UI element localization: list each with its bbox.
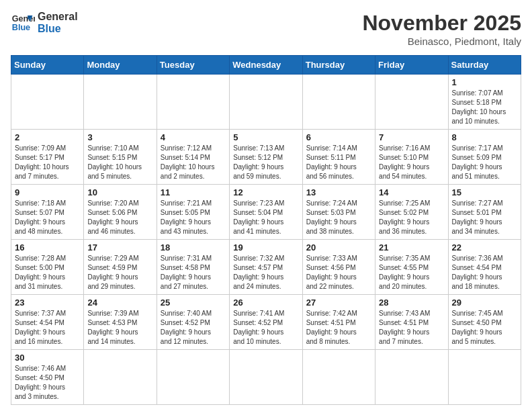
calendar-cell: 9Sunrise: 7:18 AM Sunset: 5:07 PM Daylig… bbox=[11, 185, 84, 240]
day-number: 2 bbox=[15, 132, 80, 142]
calendar-cell bbox=[302, 350, 375, 405]
day-number: 18 bbox=[161, 242, 226, 253]
weekday-thursday: Thursday bbox=[302, 56, 375, 75]
day-number: 26 bbox=[233, 298, 298, 308]
day-number: 19 bbox=[233, 242, 298, 253]
day-number: 21 bbox=[379, 242, 444, 253]
weekday-wednesday: Wednesday bbox=[230, 56, 302, 75]
calendar-cell bbox=[448, 350, 521, 405]
calendar-body: 1Sunrise: 7:07 AM Sunset: 5:18 PM Daylig… bbox=[11, 75, 521, 405]
day-info: Sunrise: 7:41 AM Sunset: 4:52 PM Dayligh… bbox=[233, 309, 298, 347]
calendar-cell: 28Sunrise: 7:43 AM Sunset: 4:51 PM Dayli… bbox=[375, 295, 448, 350]
day-info: Sunrise: 7:16 AM Sunset: 5:10 PM Dayligh… bbox=[379, 144, 444, 181]
calendar-cell: 1Sunrise: 7:07 AM Sunset: 5:18 PM Daylig… bbox=[448, 75, 521, 130]
header: General Blue General Blue November 2025 … bbox=[11, 11, 521, 47]
calendar-cell: 27Sunrise: 7:42 AM Sunset: 4:51 PM Dayli… bbox=[302, 295, 375, 350]
calendar-cell: 18Sunrise: 7:31 AM Sunset: 4:58 PM Dayli… bbox=[157, 240, 229, 295]
day-info: Sunrise: 7:35 AM Sunset: 4:55 PM Dayligh… bbox=[379, 254, 444, 291]
day-info: Sunrise: 7:39 AM Sunset: 4:53 PM Dayligh… bbox=[87, 309, 152, 347]
calendar-cell bbox=[157, 75, 229, 130]
day-info: Sunrise: 7:07 AM Sunset: 5:18 PM Dayligh… bbox=[452, 89, 517, 126]
day-info: Sunrise: 7:45 AM Sunset: 4:50 PM Dayligh… bbox=[452, 309, 517, 347]
calendar-week-2: 9Sunrise: 7:18 AM Sunset: 5:07 PM Daylig… bbox=[11, 185, 521, 240]
day-number: 22 bbox=[452, 242, 517, 253]
calendar-cell: 10Sunrise: 7:20 AM Sunset: 5:06 PM Dayli… bbox=[84, 185, 157, 240]
day-info: Sunrise: 7:24 AM Sunset: 5:03 PM Dayligh… bbox=[306, 199, 371, 236]
day-number: 17 bbox=[87, 242, 152, 253]
day-number: 10 bbox=[87, 187, 152, 197]
day-number: 11 bbox=[161, 187, 226, 197]
day-number: 4 bbox=[161, 132, 226, 142]
calendar-cell bbox=[157, 350, 229, 405]
day-info: Sunrise: 7:20 AM Sunset: 5:06 PM Dayligh… bbox=[87, 199, 152, 236]
day-info: Sunrise: 7:43 AM Sunset: 4:51 PM Dayligh… bbox=[379, 309, 444, 347]
svg-text:Blue: Blue bbox=[12, 23, 30, 32]
calendar-week-4: 23Sunrise: 7:37 AM Sunset: 4:54 PM Dayli… bbox=[11, 295, 521, 350]
weekday-header-row: SundayMondayTuesdayWednesdayThursdayFrid… bbox=[11, 56, 521, 75]
day-info: Sunrise: 7:32 AM Sunset: 4:57 PM Dayligh… bbox=[233, 254, 298, 291]
calendar-week-5: 30Sunrise: 7:46 AM Sunset: 4:50 PM Dayli… bbox=[11, 350, 521, 405]
day-info: Sunrise: 7:42 AM Sunset: 4:51 PM Dayligh… bbox=[306, 309, 371, 347]
calendar-cell bbox=[230, 350, 302, 405]
day-number: 15 bbox=[452, 187, 517, 197]
day-number: 20 bbox=[306, 242, 371, 253]
calendar-cell: 20Sunrise: 7:33 AM Sunset: 4:56 PM Dayli… bbox=[302, 240, 375, 295]
calendar-cell: 11Sunrise: 7:21 AM Sunset: 5:05 PM Dayli… bbox=[157, 185, 229, 240]
day-info: Sunrise: 7:12 AM Sunset: 5:14 PM Dayligh… bbox=[161, 144, 226, 181]
day-number: 30 bbox=[15, 353, 80, 363]
day-info: Sunrise: 7:28 AM Sunset: 5:00 PM Dayligh… bbox=[15, 254, 80, 291]
calendar-cell bbox=[11, 75, 84, 130]
calendar: SundayMondayTuesdayWednesdayThursdayFrid… bbox=[11, 55, 521, 405]
day-number: 28 bbox=[379, 298, 444, 308]
weekday-sunday: Sunday bbox=[11, 56, 84, 75]
day-number: 7 bbox=[379, 132, 444, 142]
calendar-week-3: 16Sunrise: 7:28 AM Sunset: 5:00 PM Dayli… bbox=[11, 240, 521, 295]
day-number: 24 bbox=[87, 298, 152, 308]
day-number: 9 bbox=[15, 187, 80, 197]
calendar-cell: 23Sunrise: 7:37 AM Sunset: 4:54 PM Dayli… bbox=[11, 295, 84, 350]
day-number: 14 bbox=[379, 187, 444, 197]
day-info: Sunrise: 7:33 AM Sunset: 4:56 PM Dayligh… bbox=[306, 254, 371, 291]
day-info: Sunrise: 7:46 AM Sunset: 4:50 PM Dayligh… bbox=[15, 364, 80, 402]
day-number: 16 bbox=[15, 242, 80, 253]
logo-blue: Blue bbox=[38, 23, 78, 35]
day-info: Sunrise: 7:36 AM Sunset: 4:54 PM Dayligh… bbox=[452, 254, 517, 291]
logo-icon: General Blue bbox=[11, 11, 35, 35]
day-number: 8 bbox=[452, 132, 517, 142]
calendar-cell bbox=[302, 75, 375, 130]
day-info: Sunrise: 7:21 AM Sunset: 5:05 PM Dayligh… bbox=[161, 199, 226, 236]
day-info: Sunrise: 7:40 AM Sunset: 4:52 PM Dayligh… bbox=[161, 309, 226, 347]
calendar-cell: 8Sunrise: 7:17 AM Sunset: 5:09 PM Daylig… bbox=[448, 130, 521, 185]
calendar-cell bbox=[84, 350, 157, 405]
calendar-cell: 25Sunrise: 7:40 AM Sunset: 4:52 PM Dayli… bbox=[157, 295, 229, 350]
day-info: Sunrise: 7:17 AM Sunset: 5:09 PM Dayligh… bbox=[452, 144, 517, 181]
day-number: 29 bbox=[452, 298, 517, 308]
day-info: Sunrise: 7:31 AM Sunset: 4:58 PM Dayligh… bbox=[161, 254, 226, 291]
logo-general: General bbox=[38, 11, 78, 23]
calendar-cell: 26Sunrise: 7:41 AM Sunset: 4:52 PM Dayli… bbox=[230, 295, 302, 350]
calendar-cell: 12Sunrise: 7:23 AM Sunset: 5:04 PM Dayli… bbox=[230, 185, 302, 240]
day-number: 5 bbox=[233, 132, 298, 142]
calendar-cell: 21Sunrise: 7:35 AM Sunset: 4:55 PM Dayli… bbox=[375, 240, 448, 295]
calendar-cell: 19Sunrise: 7:32 AM Sunset: 4:57 PM Dayli… bbox=[230, 240, 302, 295]
day-info: Sunrise: 7:29 AM Sunset: 4:59 PM Dayligh… bbox=[87, 254, 152, 291]
logo: General Blue General Blue bbox=[11, 11, 78, 35]
title-area: November 2025 Beinasco, Piedmont, Italy bbox=[362, 11, 521, 47]
location: Beinasco, Piedmont, Italy bbox=[362, 36, 521, 47]
calendar-cell: 2Sunrise: 7:09 AM Sunset: 5:17 PM Daylig… bbox=[11, 130, 84, 185]
day-info: Sunrise: 7:25 AM Sunset: 5:02 PM Dayligh… bbox=[379, 199, 444, 236]
calendar-week-1: 2Sunrise: 7:09 AM Sunset: 5:17 PM Daylig… bbox=[11, 130, 521, 185]
calendar-cell: 22Sunrise: 7:36 AM Sunset: 4:54 PM Dayli… bbox=[448, 240, 521, 295]
calendar-header: SundayMondayTuesdayWednesdayThursdayFrid… bbox=[11, 56, 521, 75]
weekday-friday: Friday bbox=[375, 56, 448, 75]
calendar-cell bbox=[84, 75, 157, 130]
day-number: 1 bbox=[452, 77, 517, 87]
day-info: Sunrise: 7:37 AM Sunset: 4:54 PM Dayligh… bbox=[15, 309, 80, 347]
day-number: 3 bbox=[87, 132, 152, 142]
calendar-cell: 14Sunrise: 7:25 AM Sunset: 5:02 PM Dayli… bbox=[375, 185, 448, 240]
month-title: November 2025 bbox=[362, 11, 521, 36]
calendar-cell bbox=[375, 350, 448, 405]
calendar-week-0: 1Sunrise: 7:07 AM Sunset: 5:18 PM Daylig… bbox=[11, 75, 521, 130]
calendar-cell: 3Sunrise: 7:10 AM Sunset: 5:15 PM Daylig… bbox=[84, 130, 157, 185]
calendar-cell: 15Sunrise: 7:27 AM Sunset: 5:01 PM Dayli… bbox=[448, 185, 521, 240]
